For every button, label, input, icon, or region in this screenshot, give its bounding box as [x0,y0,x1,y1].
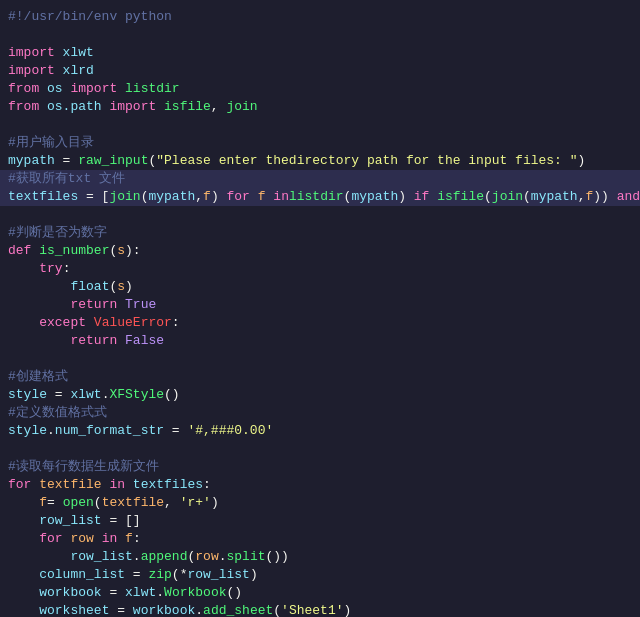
code-line-3: import xlwt [0,44,640,62]
code-line-5: from os import listdir [0,80,640,98]
code-line-25 [0,440,640,458]
code-line-24: style.num_format_str = '#,###0.00' [0,422,640,440]
code-line-23: #定义数值格式式 [0,404,640,422]
code-line-28: f= open(textfile, 'r+') [0,494,640,512]
code-line-20 [0,350,640,368]
code-line-17: return True [0,296,640,314]
code-line-7 [0,116,640,134]
code-line-19: return False [0,332,640,350]
code-line-14: def is_number(s): [0,242,640,260]
code-line-15: try: [0,260,640,278]
code-line-26: #读取每行数据生成新文件 [0,458,640,476]
line-text: import [8,44,63,62]
code-line-10: #获取所有txt 文件 [0,170,640,188]
line-text [8,26,16,44]
code-line-29: row_list = [] [0,512,640,530]
code-line-33: workbook = xlwt.Workbook() [0,584,640,602]
code-line-21: #创建格式 [0,368,640,386]
code-line-34: worksheet = workbook.add_sheet('Sheet1') [0,602,640,617]
code-line-1: #!/usr/bin/env python [0,8,640,26]
code-line-31: row_list.append(row.split()) [0,548,640,566]
code-line-18: except ValueError: [0,314,640,332]
code-line-4: import xlrd [0,62,640,80]
code-line-9: mypath = raw_input("Please enter thedire… [0,152,640,170]
code-line-12 [0,206,640,224]
code-line-16: float(s) [0,278,640,296]
code-line-27: for textfile in textfiles: [0,476,640,494]
code-line-11: textfiles = [join(mypath,f) for f inlist… [0,188,640,206]
code-line-13: #判断是否为数字 [0,224,640,242]
line-text: #!/usr/bin/env python [8,8,172,26]
code-line-22: style = xlwt.XFStyle() [0,386,640,404]
code-line-32: column_list = zip(*row_list) [0,566,640,584]
code-line-6: from os.path import isfile, join [0,98,640,116]
code-line-8: #用户输入目录 [0,134,640,152]
code-line-30: for row in f: [0,530,640,548]
code-line-2 [0,26,640,44]
code-editor: #!/usr/bin/env python import xlwt import… [0,0,640,617]
